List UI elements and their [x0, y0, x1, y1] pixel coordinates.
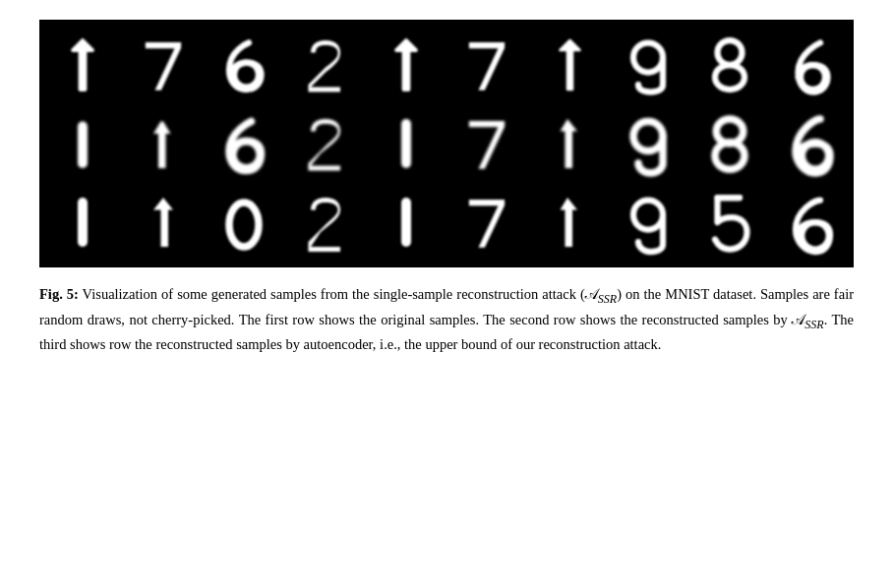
- svg-rect-39: [401, 198, 411, 247]
- digit-cell: [288, 185, 363, 260]
- digit-cell: [692, 28, 767, 102]
- digit-cell: [207, 28, 281, 102]
- digit-cell: [611, 106, 685, 181]
- svg-rect-6: [452, 30, 521, 99]
- digit-cell: [45, 106, 120, 181]
- digit-cell: [45, 185, 120, 260]
- digit-cell: [288, 106, 363, 181]
- svg-rect-23: [452, 109, 521, 178]
- digit-cell: [692, 185, 767, 260]
- digit-cell: [207, 185, 281, 260]
- digit-cell: [773, 28, 848, 102]
- figure-container: Fig. 5: Visualization of some generated …: [39, 20, 854, 356]
- svg-rect-40: [452, 188, 521, 257]
- digit-cell: [692, 106, 767, 181]
- digit-cell: [611, 185, 685, 260]
- figure-caption: Fig. 5: Visualization of some generated …: [39, 283, 854, 356]
- svg-rect-22: [401, 119, 411, 168]
- digit-cell: [288, 28, 363, 102]
- digit-cell: [126, 106, 201, 181]
- svg-rect-1: [129, 30, 198, 99]
- digit-cell: [449, 28, 524, 102]
- digit-cell: [449, 185, 524, 260]
- digit-cell: [611, 28, 685, 102]
- caption-label: Fig. 5:: [39, 286, 79, 302]
- digit-cell: [773, 185, 848, 260]
- digit-cell: [530, 106, 605, 181]
- mnist-image: [39, 20, 854, 267]
- digit-cell: [369, 106, 444, 181]
- mnist-row-autoencoder: [43, 185, 850, 260]
- mnist-row-ssr: [43, 106, 850, 181]
- digit-cell: [126, 28, 201, 102]
- digit-cell: [207, 106, 281, 181]
- mnist-row-original: [43, 28, 850, 102]
- digit-cell: [45, 28, 120, 102]
- digit-cell: [530, 185, 605, 260]
- digit-cell: [773, 106, 848, 181]
- digit-cell: [530, 28, 605, 102]
- svg-rect-33: [78, 198, 88, 247]
- svg-rect-16: [78, 122, 88, 169]
- digit-cell: [126, 185, 201, 260]
- digit-cell: [369, 185, 444, 260]
- digit-cell: [369, 28, 444, 102]
- digit-cell: [449, 106, 524, 181]
